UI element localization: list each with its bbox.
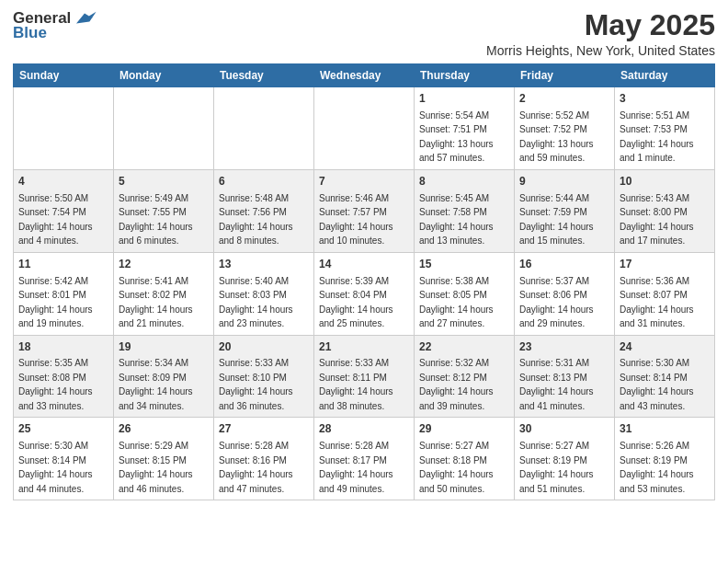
day-number: 4 [18, 174, 108, 190]
calendar-cell: 18Sunrise: 5:35 AM Sunset: 8:08 PM Dayli… [14, 335, 114, 418]
day-info: Sunrise: 5:33 AM Sunset: 8:11 PM Dayligh… [319, 358, 393, 411]
calendar-table: SundayMondayTuesdayWednesdayThursdayFrid… [13, 63, 715, 500]
calendar-cell: 8Sunrise: 5:45 AM Sunset: 7:58 PM Daylig… [415, 169, 515, 252]
calendar-cell: 1Sunrise: 5:54 AM Sunset: 7:51 PM Daylig… [415, 87, 515, 170]
calendar-cell: 23Sunrise: 5:31 AM Sunset: 8:13 PM Dayli… [515, 335, 615, 418]
day-number: 15 [419, 257, 509, 272]
day-info: Sunrise: 5:36 AM Sunset: 8:07 PM Dayligh… [620, 276, 694, 329]
day-info: Sunrise: 5:49 AM Sunset: 7:55 PM Dayligh… [119, 193, 193, 247]
day-info: Sunrise: 5:46 AM Sunset: 7:57 PM Dayligh… [319, 193, 393, 247]
day-number: 25 [18, 421, 108, 437]
calendar-cell: 11Sunrise: 5:42 AM Sunset: 8:01 PM Dayli… [14, 252, 114, 335]
day-number: 16 [519, 257, 609, 272]
weekday-header-tuesday: Tuesday [214, 64, 314, 87]
logo-blue: Blue [13, 24, 47, 42]
weekday-header-monday: Monday [114, 64, 214, 87]
calendar-cell: 12Sunrise: 5:41 AM Sunset: 8:02 PM Dayli… [114, 252, 214, 335]
calendar-cell: 16Sunrise: 5:37 AM Sunset: 8:06 PM Dayli… [515, 252, 615, 335]
day-number: 13 [219, 257, 309, 272]
calendar-cell: 30Sunrise: 5:27 AM Sunset: 8:19 PM Dayli… [515, 418, 615, 500]
day-number: 31 [620, 421, 710, 437]
calendar-cell: 24Sunrise: 5:30 AM Sunset: 8:14 PM Dayli… [615, 335, 715, 418]
day-number: 2 [519, 91, 609, 107]
calendar-cell: 17Sunrise: 5:36 AM Sunset: 8:07 PM Dayli… [615, 252, 715, 335]
day-info: Sunrise: 5:34 AM Sunset: 8:09 PM Dayligh… [119, 358, 193, 411]
day-number: 26 [119, 421, 209, 437]
day-number: 20 [219, 339, 309, 355]
calendar-cell: 27Sunrise: 5:28 AM Sunset: 8:16 PM Dayli… [214, 418, 314, 500]
calendar-cell: 10Sunrise: 5:43 AM Sunset: 8:00 PM Dayli… [615, 169, 715, 252]
day-info: Sunrise: 5:29 AM Sunset: 8:15 PM Dayligh… [119, 441, 193, 494]
day-info: Sunrise: 5:44 AM Sunset: 7:59 PM Dayligh… [519, 193, 594, 247]
day-number: 21 [319, 339, 409, 355]
day-number: 17 [620, 257, 710, 272]
calendar-cell: 28Sunrise: 5:28 AM Sunset: 8:17 PM Dayli… [314, 418, 415, 500]
calendar-cell [214, 87, 314, 170]
day-info: Sunrise: 5:48 AM Sunset: 7:56 PM Dayligh… [219, 193, 293, 247]
calendar-cell: 25Sunrise: 5:30 AM Sunset: 8:14 PM Dayli… [14, 418, 114, 500]
day-number: 27 [219, 421, 309, 437]
calendar-cell: 7Sunrise: 5:46 AM Sunset: 7:57 PM Daylig… [314, 169, 415, 252]
day-number: 30 [519, 421, 609, 437]
day-info: Sunrise: 5:40 AM Sunset: 8:03 PM Dayligh… [219, 276, 293, 329]
day-number: 3 [620, 91, 710, 107]
day-number: 7 [319, 174, 409, 190]
calendar-cell: 9Sunrise: 5:44 AM Sunset: 7:59 PM Daylig… [515, 169, 615, 252]
calendar-cell: 5Sunrise: 5:49 AM Sunset: 7:55 PM Daylig… [114, 169, 214, 252]
weekday-header-thursday: Thursday [415, 64, 515, 87]
day-number: 24 [620, 339, 710, 355]
calendar-cell: 15Sunrise: 5:38 AM Sunset: 8:05 PM Dayli… [415, 252, 515, 335]
day-number: 29 [419, 421, 509, 437]
day-info: Sunrise: 5:27 AM Sunset: 8:19 PM Dayligh… [519, 441, 594, 494]
day-number: 8 [419, 174, 509, 190]
day-number: 10 [620, 174, 710, 190]
day-info: Sunrise: 5:33 AM Sunset: 8:10 PM Dayligh… [219, 358, 293, 411]
svg-marker-0 [76, 12, 97, 24]
day-number: 5 [119, 174, 209, 190]
day-number: 18 [18, 339, 108, 355]
day-info: Sunrise: 5:30 AM Sunset: 8:14 PM Dayligh… [620, 358, 694, 411]
day-info: Sunrise: 5:54 AM Sunset: 7:51 PM Dayligh… [419, 110, 494, 164]
logo: General Blue [13, 9, 97, 42]
day-number: 9 [519, 174, 609, 190]
day-info: Sunrise: 5:39 AM Sunset: 8:04 PM Dayligh… [319, 276, 393, 329]
calendar-cell: 29Sunrise: 5:27 AM Sunset: 8:18 PM Dayli… [415, 418, 515, 500]
day-number: 22 [419, 339, 509, 355]
day-info: Sunrise: 5:28 AM Sunset: 8:17 PM Dayligh… [319, 441, 393, 494]
calendar-cell: 26Sunrise: 5:29 AM Sunset: 8:15 PM Dayli… [114, 418, 214, 500]
calendar-cell: 4Sunrise: 5:50 AM Sunset: 7:54 PM Daylig… [14, 169, 114, 252]
day-info: Sunrise: 5:45 AM Sunset: 7:58 PM Dayligh… [419, 193, 494, 247]
calendar-cell: 31Sunrise: 5:26 AM Sunset: 8:19 PM Dayli… [615, 418, 715, 500]
header: General Blue May 2025 Morris Heights, Ne… [13, 9, 715, 58]
calendar-cell [114, 87, 214, 170]
day-info: Sunrise: 5:52 AM Sunset: 7:52 PM Dayligh… [519, 110, 594, 164]
month-title: May 2025 [486, 9, 715, 41]
day-number: 12 [119, 257, 209, 272]
day-number: 23 [519, 339, 609, 355]
logo-bird-icon [73, 10, 97, 27]
weekday-header-sunday: Sunday [14, 64, 114, 87]
day-number: 1 [419, 91, 509, 107]
day-number: 6 [219, 174, 309, 190]
calendar-cell: 3Sunrise: 5:51 AM Sunset: 7:53 PM Daylig… [615, 87, 715, 170]
weekday-header-saturday: Saturday [615, 64, 715, 87]
calendar-cell [314, 87, 415, 170]
day-info: Sunrise: 5:43 AM Sunset: 8:00 PM Dayligh… [620, 193, 694, 247]
day-number: 28 [319, 421, 409, 437]
calendar-cell: 22Sunrise: 5:32 AM Sunset: 8:12 PM Dayli… [415, 335, 515, 418]
weekday-header-friday: Friday [515, 64, 615, 87]
calendar-cell: 14Sunrise: 5:39 AM Sunset: 8:04 PM Dayli… [314, 252, 415, 335]
location-title: Morris Heights, New York, United States [486, 43, 715, 58]
calendar-cell: 13Sunrise: 5:40 AM Sunset: 8:03 PM Dayli… [214, 252, 314, 335]
day-info: Sunrise: 5:26 AM Sunset: 8:19 PM Dayligh… [620, 441, 694, 494]
page: General Blue May 2025 Morris Heights, Ne… [0, 0, 728, 513]
day-info: Sunrise: 5:31 AM Sunset: 8:13 PM Dayligh… [519, 358, 594, 411]
weekday-header-wednesday: Wednesday [314, 64, 415, 87]
day-info: Sunrise: 5:42 AM Sunset: 8:01 PM Dayligh… [18, 276, 93, 329]
day-info: Sunrise: 5:51 AM Sunset: 7:53 PM Dayligh… [620, 110, 694, 164]
day-info: Sunrise: 5:50 AM Sunset: 7:54 PM Dayligh… [18, 193, 93, 247]
day-info: Sunrise: 5:28 AM Sunset: 8:16 PM Dayligh… [219, 441, 293, 494]
calendar-cell: 20Sunrise: 5:33 AM Sunset: 8:10 PM Dayli… [214, 335, 314, 418]
calendar-cell: 2Sunrise: 5:52 AM Sunset: 7:52 PM Daylig… [515, 87, 615, 170]
calendar-cell: 6Sunrise: 5:48 AM Sunset: 7:56 PM Daylig… [214, 169, 314, 252]
